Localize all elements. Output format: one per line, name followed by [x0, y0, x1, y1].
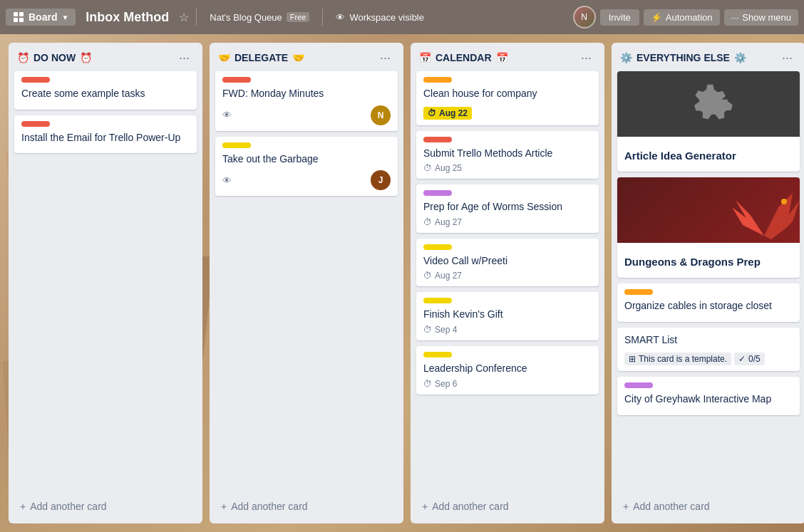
board-background: ⏰ DO NOW ⏰ ··· Create some example tasks…	[0, 34, 804, 532]
do-now-footer: + Add another card	[9, 489, 202, 523]
delegate-emoji-right: 🤝	[292, 52, 304, 63]
card-title-worms: Prep for Age of Worms Session	[423, 200, 592, 214]
dragon-svg	[721, 179, 800, 243]
card-garbage[interactable]: Take out the Garbage 👁 J	[215, 137, 398, 197]
template-icon: ⊞	[629, 354, 636, 364]
card-dnd[interactable]: Dungeons & Dragons Prep	[617, 177, 800, 278]
card-clean-house[interactable]: Clean house for company ⏱ Aug 22	[416, 71, 599, 125]
board-label: Board	[29, 11, 57, 23]
card-video-call[interactable]: Video Call w/Preeti ⏱ Aug 27	[416, 239, 599, 287]
everything-menu-button[interactable]: ···	[778, 50, 797, 66]
svg-point-4	[781, 199, 787, 204]
card-label-purple-2	[624, 382, 653, 388]
calendar-add-card-button[interactable]: + Add another card	[416, 495, 599, 518]
calendar-menu-button[interactable]: ···	[577, 50, 596, 66]
board-columns: ⏰ DO NOW ⏰ ··· Create some example tasks…	[0, 34, 804, 532]
do-now-cards: Create some example tasks Install the Em…	[9, 71, 202, 489]
card-greyhawk[interactable]: City of Greyhawk Interactive Map	[617, 377, 800, 415]
everything-cards: Article Idea Generator Dungeons	[612, 71, 804, 489]
card-label-yellow-cal	[423, 244, 452, 250]
delegate-add-card-button[interactable]: + Add another card	[215, 495, 398, 518]
clock-icon-badge: ⏱	[428, 108, 436, 118]
card-date-sep6: ⏱ Sep 6	[423, 379, 592, 389]
board-button[interactable]: Board ▼	[6, 9, 76, 26]
plus-icon-3: +	[422, 501, 428, 512]
card-leadership[interactable]: Leadership Conference ⏱ Sep 6	[416, 346, 599, 395]
column-calendar-header: 📅 CALENDAR 📅 ···	[411, 43, 604, 71]
free-badge: Free	[287, 12, 310, 22]
card-title-clean: Clean house for company	[423, 87, 592, 101]
svg-rect-2	[14, 18, 18, 22]
board-title: Inbox Method	[80, 10, 175, 25]
calendar-cards: Clean house for company ⏱ Aug 22 Submit …	[411, 71, 604, 489]
column-delegate: 🤝 DELEGATE 🤝 ··· FWD: Monday Minutes 👁 N	[210, 43, 403, 523]
avatar[interactable]: N	[573, 6, 596, 28]
svg-rect-0	[14, 12, 18, 16]
add-card-label: Add another card	[30, 501, 106, 512]
card-date-sep4: ⏱ Sep 4	[423, 325, 592, 335]
clock-icon-2: ⏱	[423, 217, 432, 227]
header-divider-2	[322, 9, 323, 26]
card-age-worms[interactable]: Prep for Age of Worms Session ⏱ Aug 27	[416, 184, 599, 233]
clock-icon-3: ⏱	[423, 271, 432, 281]
do-now-menu-button[interactable]: ···	[175, 50, 194, 66]
automation-label: Automation	[666, 12, 713, 23]
gear-svg	[680, 73, 737, 130]
smart-list-badges: ⊞ This card is a template. ✓ 0/5	[624, 350, 793, 365]
article-card-content: Article Idea Generator	[617, 142, 800, 172]
dots-icon: ···	[731, 12, 739, 23]
add-card-label-4: Add another card	[633, 501, 709, 512]
card-submit-trello[interactable]: Submit Trello Methods Article ⏱ Aug 25	[416, 131, 599, 179]
card-label-red-cal	[423, 137, 452, 142]
automation-button[interactable]: ⚡ Automation	[644, 9, 720, 26]
greyhawk-title: City of Greyhawk Interactive Map	[624, 392, 793, 407]
header-right: N Invite ⚡ Automation ··· Show menu	[573, 6, 798, 28]
card-article-idea[interactable]: Article Idea Generator	[617, 71, 800, 172]
svg-rect-1	[19, 12, 24, 16]
smart-list-title: SMART List	[624, 333, 793, 348]
workspace-name: Nat's Blog Queue	[210, 12, 282, 23]
workspace-visible-label: Workspace visible	[349, 12, 424, 23]
column-calendar: 📅 CALENDAR 📅 ··· Clean house for company…	[411, 43, 604, 523]
delegate-menu-button[interactable]: ···	[376, 50, 395, 66]
show-menu-button[interactable]: ··· Show menu	[724, 9, 799, 26]
card-date-aug27-video: ⏱ Aug 27	[423, 271, 592, 281]
card-bottom-row-2: 👁 J	[222, 170, 391, 190]
plus-icon-2: +	[221, 501, 227, 512]
card-organize-cables[interactable]: Organize cables in storage closet	[617, 283, 800, 322]
column-delegate-header: 🤝 DELEGATE 🤝 ···	[210, 43, 403, 71]
card-create-tasks[interactable]: Create some example tasks	[14, 71, 197, 110]
star-button[interactable]: ☆	[179, 11, 189, 24]
invite-button[interactable]: Invite	[600, 9, 639, 26]
card-bottom-row: 👁 N	[222, 105, 391, 125]
do-now-emoji-right: ⏰	[80, 52, 92, 63]
watch-icon-2: 👁	[222, 175, 232, 186]
do-now-add-card-button[interactable]: + Add another card	[14, 495, 197, 518]
column-calendar-title: 📅 CALENDAR 📅	[419, 52, 508, 63]
card-smart-list[interactable]: SMART List ⊞ This card is a template. ✓ …	[617, 328, 800, 372]
everything-emoji-right: ⚙️	[734, 52, 746, 63]
board-chevron: ▼	[61, 14, 68, 21]
card-title-leadership: Leadership Conference	[423, 362, 592, 376]
everything-footer: + Add another card	[612, 489, 804, 523]
column-everything-else: ⚙️ EVERYTHING ELSE ⚙️ ··· Articl	[612, 43, 804, 523]
template-badge-text: This card is a template.	[639, 354, 727, 364]
card-date-aug25: ⏱ Aug 25	[423, 163, 592, 173]
delegate-cards: FWD: Monday Minutes 👁 N Take out the Gar…	[210, 71, 403, 489]
organize-cables-title: Organize cables in storage closet	[624, 299, 793, 313]
card-title-fwd: FWD: Monday Minutes	[222, 87, 391, 101]
checklist-badge: ✓ 0/5	[734, 353, 765, 365]
card-kevins-gift[interactable]: Finish Kevin's Gift ⏱ Sep 4	[416, 292, 599, 340]
delegate-footer: + Add another card	[210, 489, 403, 523]
checklist-count: 0/5	[748, 354, 761, 364]
card-label-yellow-lead	[423, 352, 452, 358]
card-install-email[interactable]: Install the Email for Trello Power-Up	[14, 115, 197, 154]
clock-icon-4: ⏱	[423, 325, 432, 335]
workspace-info: Nat's Blog Queue Free	[204, 9, 315, 26]
card-label-red-2	[21, 121, 50, 127]
everything-add-card-button[interactable]: + Add another card	[617, 495, 800, 518]
column-everything-header: ⚙️ EVERYTHING ELSE ⚙️ ···	[612, 43, 804, 71]
watch-icon: 👁	[222, 110, 232, 120]
card-label-yellow-gift	[423, 298, 452, 303]
card-fwd-monday[interactable]: FWD: Monday Minutes 👁 N	[215, 71, 398, 131]
